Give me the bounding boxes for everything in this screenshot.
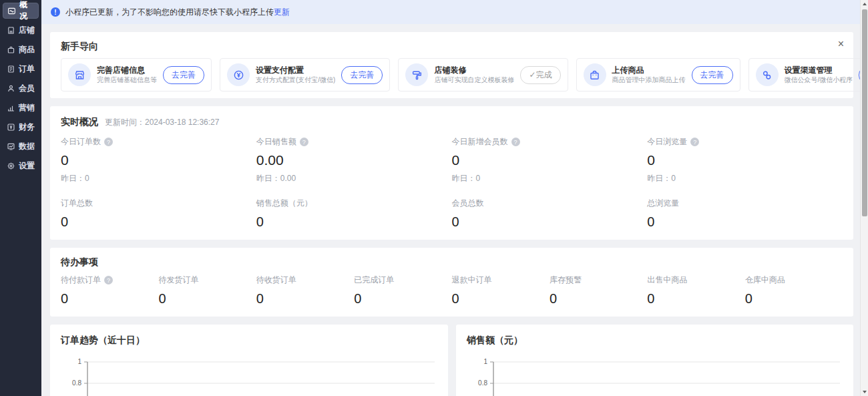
stat-label: 待付款订单: [61, 274, 101, 286]
help-icon[interactable]: ?: [300, 138, 308, 146]
guide-title: 新手导向: [61, 40, 843, 52]
shop-icon: [7, 26, 15, 35]
sidebar-item-overview[interactable]: 概况: [3, 3, 39, 19]
go-complete-button[interactable]: 去完善: [692, 66, 733, 84]
stat-yesterday: 昨日：0: [452, 173, 648, 184]
paint-roller-icon: [405, 63, 428, 86]
stat-today-views: 今日浏览量? 0 昨日：0: [647, 136, 843, 184]
guide-item-channels: 设置渠道管理 微信公众号/微信小程序 去完善: [748, 58, 868, 91]
done-button[interactable]: ✓完成: [520, 66, 560, 84]
sidebar-item-members[interactable]: 会员: [3, 80, 39, 96]
stat-value: 0: [256, 290, 354, 307]
help-icon[interactable]: ?: [104, 138, 113, 146]
sidebar-item-label: 店铺: [19, 25, 35, 36]
stat-today-sales: 今日销售额? 0.00 昨日：0.00: [256, 136, 452, 184]
stat-label: 今日销售额: [256, 136, 296, 148]
stat-label: 总浏览量: [647, 198, 679, 209]
stat-label: 退款中订单: [452, 274, 492, 286]
stat-label: 出售中商品: [647, 274, 687, 286]
sidebar-item-orders[interactable]: 订单: [3, 61, 39, 77]
order-trend-chart: 10.80.60.40.20: [61, 355, 437, 396]
todo-card: 待办事项 待付款订单? 0 待发货订单 0 待收货订单 0: [50, 248, 853, 317]
guide-items: 完善店铺信息 完善店铺基础信息等 去完善 设置支付配置 支付方式配置(支付宝/微…: [61, 58, 843, 91]
stat-warehouse-goods: 仓库中商品 0: [745, 274, 843, 307]
newbie-guide-card: 新手导向 × 完善店铺信息 完善店铺基础信息等 去完善: [50, 32, 853, 98]
stat-label: 已完成订单: [354, 274, 394, 286]
stat-label: 订单总数: [61, 198, 93, 209]
stat-completed-orders: 已完成订单 0: [354, 274, 451, 307]
stat-stock-warning: 库存预警 0: [550, 274, 647, 307]
guide-item-title: 设置支付配置: [256, 65, 335, 75]
sidebar-item-label: 数据: [19, 141, 35, 152]
scrollbar-thumb[interactable]: [862, 9, 867, 216]
channel-icon: [756, 63, 779, 86]
yuan-pay-icon: [227, 63, 250, 86]
close-icon[interactable]: ×: [838, 39, 844, 49]
stat-value: 0: [61, 290, 158, 307]
stat-value: 0: [256, 213, 452, 230]
stat-label: 待发货订单: [158, 274, 198, 286]
marketing-icon: [7, 104, 15, 112]
stat-total-views: 总浏览量 0: [647, 198, 843, 230]
storefront-icon: [68, 63, 91, 86]
svg-text:1: 1: [77, 358, 81, 365]
guide-item-decorate: 店铺装修 店铺可实现自定义模板装修 ✓完成: [398, 58, 568, 91]
order-trend-chart-card: 订单趋势（近十日） 10.80.60.40.20: [50, 325, 448, 396]
scroll-up-arrow[interactable]: [861, 0, 868, 8]
main-area: ! 小程序已更新，为了不影响您的使用请尽快下载小程序上传更新 新手导向 × 完善…: [41, 0, 868, 396]
sidebar-item-label: 财务: [19, 122, 35, 133]
stat-yesterday: 昨日：0: [647, 173, 843, 184]
stat-on-sale-goods: 出售中商品 0: [647, 274, 744, 307]
content: 新手导向 × 完善店铺信息 完善店铺基础信息等 去完善: [41, 24, 868, 396]
sidebar-item-goods[interactable]: 商品: [3, 41, 39, 57]
guide-item-upload-goods: 上传商品 商品管理中添加商品上传 去完善: [576, 58, 740, 91]
vertical-scrollbar[interactable]: [860, 0, 868, 396]
help-icon[interactable]: ?: [511, 138, 520, 146]
stat-yesterday: 昨日：0: [61, 173, 256, 184]
realtime-overview-card: 实时概况 更新时间：2024-03-18 12:36:27 今日订单数? 0 昨…: [50, 106, 853, 240]
scroll-down-arrow[interactable]: [861, 388, 868, 396]
stat-yesterday: 昨日：0.00: [256, 173, 452, 184]
info-icon: !: [51, 7, 60, 17]
help-icon[interactable]: ?: [104, 276, 113, 284]
stat-total-members: 会员总数 0: [452, 198, 648, 230]
stat-label: 销售总额（元）: [256, 198, 312, 209]
guide-item-store-info: 完善店铺信息 完善店铺基础信息等 去完善: [61, 58, 212, 91]
svg-text:0.8: 0.8: [478, 379, 487, 387]
sidebar-item-label: 订单: [19, 63, 35, 75]
guide-item-title: 店铺装修: [434, 65, 514, 75]
stat-to-receive-orders: 待收货订单 0: [256, 274, 354, 307]
stat-value: 0: [158, 290, 256, 307]
sidebar-item-settings[interactable]: 设置: [3, 158, 39, 174]
stat-to-ship-orders: 待发货订单 0: [158, 274, 256, 307]
guide-item-subtitle: 店铺可实现自定义模板装修: [434, 75, 514, 85]
sidebar-item-label: 概况: [19, 0, 34, 22]
notice-text: 小程序已更新，为了不影响您的使用请尽快下载小程序上传: [65, 7, 274, 18]
stat-value: 0: [452, 290, 550, 307]
stat-value: 0: [745, 290, 843, 307]
stat-value: 0: [452, 152, 648, 169]
stat-label: 待收货订单: [256, 274, 296, 286]
update-link[interactable]: 更新: [274, 7, 290, 18]
sidebar-item-data[interactable]: 数据: [3, 138, 39, 154]
sidebar-item-finance[interactable]: 财务: [3, 119, 39, 135]
sidebar-item-shop[interactable]: 店铺: [3, 22, 39, 38]
help-icon[interactable]: ?: [690, 138, 699, 146]
guide-item-title: 完善店铺信息: [97, 65, 157, 75]
stat-value: 0.00: [256, 152, 452, 169]
guide-item-title: 上传商品: [612, 65, 686, 75]
stat-value: 0: [452, 213, 648, 230]
stat-label: 今日订单数: [61, 136, 101, 148]
svg-text:0.8: 0.8: [72, 379, 81, 387]
stat-today-orders: 今日订单数? 0 昨日：0: [61, 136, 256, 184]
total-stats: 订单总数 0 销售总额（元） 0 会员总数 0 总浏览量 0: [61, 198, 843, 230]
guide-item-subtitle: 微信公众号/微信小程序: [785, 75, 853, 85]
sidebar-item-marketing[interactable]: 营销: [3, 100, 39, 116]
stat-label: 今日新增会员数: [452, 136, 508, 148]
go-complete-button[interactable]: 去完善: [163, 66, 204, 84]
settings-icon: [7, 162, 15, 170]
go-complete-button[interactable]: 去完善: [341, 66, 383, 84]
realtime-title: 实时概况: [61, 116, 98, 128]
finance-icon: [7, 123, 15, 132]
guide-item-subtitle: 完善店铺基础信息等: [97, 75, 157, 85]
